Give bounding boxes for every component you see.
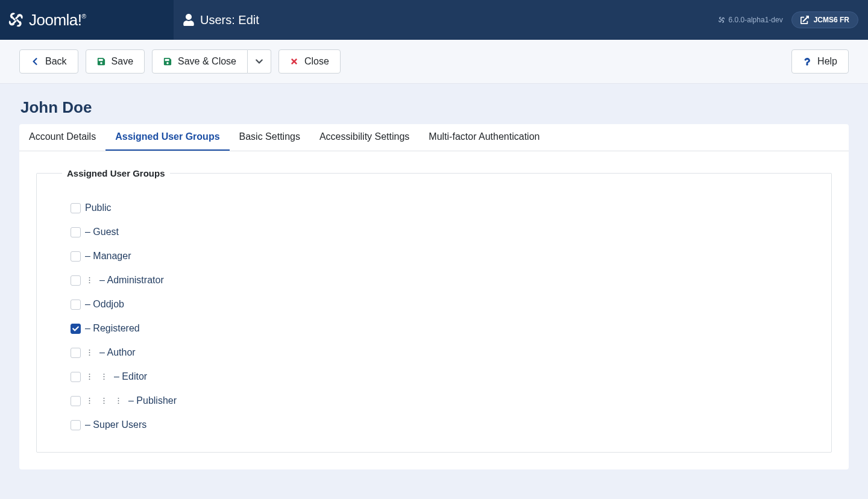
tab-label: Multi-factor Authentication [429,131,539,142]
group-label[interactable]: – Manager [83,251,131,262]
tree-dots-icon [89,348,90,357]
svg-point-11 [103,378,104,380]
svg-point-10 [103,376,104,377]
save-icon [163,57,172,66]
group-checkbox[interactable] [71,275,81,286]
svg-point-14 [89,403,90,404]
tree-spacer [83,275,95,285]
tab-multi-factor-authentication[interactable]: Multi-factor Authentication [419,124,549,151]
group-checkbox[interactable] [71,348,81,358]
joomla-logo-icon [7,11,24,28]
svg-point-19 [118,400,119,401]
tab-accessibility-settings[interactable]: Accessibility Settings [310,124,419,151]
back-button[interactable]: Back [19,49,78,74]
header-title-area: Users: Edit [174,0,718,40]
group-label[interactable]: – Editor [112,371,147,382]
svg-point-3 [89,350,90,351]
version-indicator[interactable]: 6.0.0-alpha1-dev [718,16,783,24]
groups-fieldset: Assigned User Groups Public– Guest– Mana… [36,168,832,453]
tree-spacer [112,396,124,406]
close-icon [290,57,298,66]
chevron-left-icon [31,57,39,66]
svg-point-12 [89,398,90,399]
group-label[interactable]: – Author [98,347,136,358]
close-button[interactable]: Close [278,49,341,74]
svg-point-18 [118,398,119,399]
group-row: – Author [71,347,812,358]
group-checkbox[interactable] [71,420,81,430]
group-label[interactable]: – Oddjob [83,299,124,310]
tree-dots-icon [103,372,105,381]
group-label[interactable]: – Publisher [127,395,177,406]
site-label: JCMS6 FR [814,16,849,24]
tab-label: Basic Settings [239,131,300,142]
svg-point-13 [89,400,90,401]
svg-point-9 [103,374,104,375]
close-label: Close [304,56,329,67]
user-icon [183,14,194,26]
tree-spacer [98,372,110,381]
group-checkbox[interactable] [71,396,81,406]
group-checkbox[interactable] [71,372,81,382]
svg-point-7 [89,376,90,377]
group-row: – Super Users [71,419,812,430]
external-link-icon [800,16,809,24]
brand-area[interactable]: Joomla!® [0,0,174,40]
group-label[interactable]: – Registered [83,323,140,334]
svg-point-16 [103,400,104,401]
save-close-dropdown-button[interactable] [248,49,271,74]
tab-card: Account DetailsAssigned User GroupsBasic… [19,124,849,469]
group-row: – Administrator [71,275,812,286]
tab-bar: Account DetailsAssigned User GroupsBasic… [19,124,849,151]
group-label[interactable]: – Guest [83,227,119,237]
svg-point-0 [89,277,90,278]
svg-point-4 [89,352,90,353]
tree-dots-icon [118,397,119,405]
group-checkbox[interactable] [71,203,81,213]
header: Joomla!® Users: Edit 6.0.0-alpha1-dev JC… [0,0,868,40]
svg-point-8 [89,378,90,380]
chevron-down-icon [255,57,263,66]
tab-label: Accessibility Settings [319,131,409,142]
group-label[interactable]: – Super Users [83,419,146,430]
save-close-group: Save & Close [152,49,271,74]
tab-account-details[interactable]: Account Details [19,124,105,151]
joomla-small-icon [718,16,725,24]
save-button[interactable]: Save [86,49,145,74]
svg-point-17 [103,403,104,404]
group-checkbox[interactable] [71,324,81,334]
back-label: Back [45,56,67,67]
group-row: – Publisher [71,395,812,406]
tab-label: Assigned User Groups [115,131,219,142]
svg-point-5 [89,354,90,356]
tab-assigned-user-groups[interactable]: Assigned User Groups [105,124,229,151]
group-checkbox[interactable] [71,251,81,262]
toolbar: Back Save Save & Close Close Help [0,40,868,84]
group-row: – Editor [71,371,812,382]
group-checkbox[interactable] [71,300,81,310]
svg-point-6 [89,374,90,375]
tree-dots-icon [89,397,90,405]
svg-point-2 [89,282,90,283]
tree-spacer [83,372,95,381]
tree-dots-icon [89,276,90,284]
tree-dots-icon [89,372,90,381]
tab-basic-settings[interactable]: Basic Settings [230,124,310,151]
group-label[interactable]: – Administrator [98,275,164,286]
tree-spacer [83,396,95,406]
svg-point-15 [103,398,104,399]
site-link-button[interactable]: JCMS6 FR [791,11,858,28]
group-checkbox[interactable] [71,227,81,237]
tree-spacer [83,348,95,357]
help-button[interactable]: Help [791,49,849,74]
tab-label: Account Details [29,131,96,142]
save-close-button[interactable]: Save & Close [152,49,248,74]
header-right: 6.0.0-alpha1-dev JCMS6 FR [718,0,868,40]
content-area: John Doe Account DetailsAssigned User Gr… [0,84,868,484]
svg-point-20 [118,403,119,404]
brand-text: Joomla!® [29,11,86,30]
save-label: Save [112,56,133,67]
page-title: John Doe [19,98,849,117]
group-label[interactable]: Public [83,202,112,213]
tab-body: Assigned User Groups Public– Guest– Mana… [19,151,849,469]
